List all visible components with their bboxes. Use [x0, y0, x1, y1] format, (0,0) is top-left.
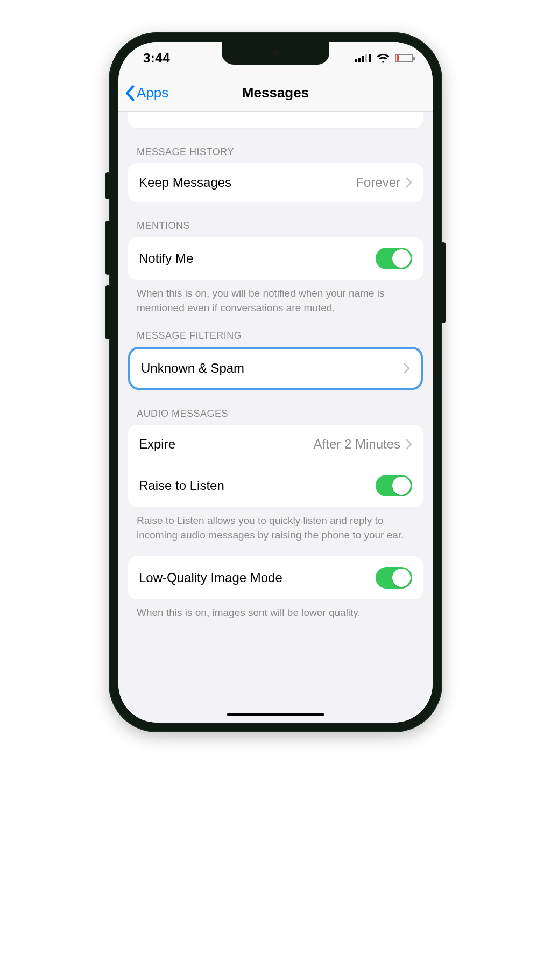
group-lowq: Low-Quality Image Mode — [128, 556, 423, 599]
row-keep-messages[interactable]: Keep Messages Forever — [128, 163, 423, 202]
group-filtering: Unknown & Spam — [128, 347, 423, 390]
row-raise-to-listen[interactable]: Raise to Listen — [128, 464, 423, 507]
settings-content[interactable]: MESSAGE HISTORY Keep Messages Forever ME… — [118, 112, 433, 723]
phone-frame: 3:44 Apps Messages — [109, 32, 442, 732]
group-history: Keep Messages Forever — [128, 163, 423, 202]
cellular-icon — [355, 54, 371, 62]
row-label: Unknown & Spam — [141, 361, 244, 376]
toggle-low-quality[interactable] — [376, 567, 412, 589]
home-indicator[interactable] — [227, 713, 324, 716]
chevron-right-icon — [406, 177, 412, 188]
power-button — [441, 242, 446, 323]
section-header-filtering: MESSAGE FILTERING — [118, 315, 433, 347]
battery-icon — [395, 54, 413, 62]
back-label: Apps — [137, 85, 168, 101]
status-time: 3:44 — [143, 51, 170, 66]
toggle-notify-me[interactable] — [376, 248, 412, 269]
row-expire[interactable]: Expire After 2 Minutes — [128, 425, 423, 464]
previous-group-edge — [128, 112, 423, 128]
toggle-raise-to-listen[interactable] — [376, 475, 412, 496]
volume-up-button — [105, 221, 110, 275]
screen: 3:44 Apps Messages — [118, 42, 433, 723]
nav-bar: Apps Messages — [118, 74, 433, 112]
row-low-quality-image-mode[interactable]: Low-Quality Image Mode — [128, 556, 423, 599]
wifi-icon — [377, 53, 390, 63]
group-audio: Expire After 2 Minutes Raise to Listen — [128, 425, 423, 507]
section-header-history: MESSAGE HISTORY — [118, 128, 433, 163]
notch — [222, 42, 329, 65]
row-label: Expire — [139, 437, 175, 452]
side-button — [105, 172, 110, 199]
chevron-right-icon — [404, 363, 410, 374]
footer-mentions: When this is on, you will be notified wh… — [118, 280, 433, 315]
row-label: Raise to Listen — [139, 478, 224, 493]
chevron-left-icon — [125, 85, 135, 101]
row-label: Keep Messages — [139, 175, 231, 190]
back-button[interactable]: Apps — [125, 85, 168, 101]
chevron-right-icon — [406, 439, 412, 450]
volume-down-button — [105, 285, 110, 339]
row-value: Forever — [356, 175, 400, 190]
group-mentions: Notify Me — [128, 237, 423, 280]
row-label: Notify Me — [139, 251, 193, 266]
section-header-audio: AUDIO MESSAGES — [118, 390, 433, 425]
footer-lowq: When this is on, images sent will be low… — [118, 599, 433, 620]
footer-audio: Raise to Listen allows you to quickly li… — [118, 507, 433, 542]
row-notify-me[interactable]: Notify Me — [128, 237, 423, 280]
section-header-mentions: MENTIONS — [118, 202, 433, 237]
row-unknown-spam[interactable]: Unknown & Spam — [130, 349, 421, 388]
row-value: After 2 Minutes — [314, 437, 400, 452]
row-label: Low-Quality Image Mode — [139, 570, 282, 585]
